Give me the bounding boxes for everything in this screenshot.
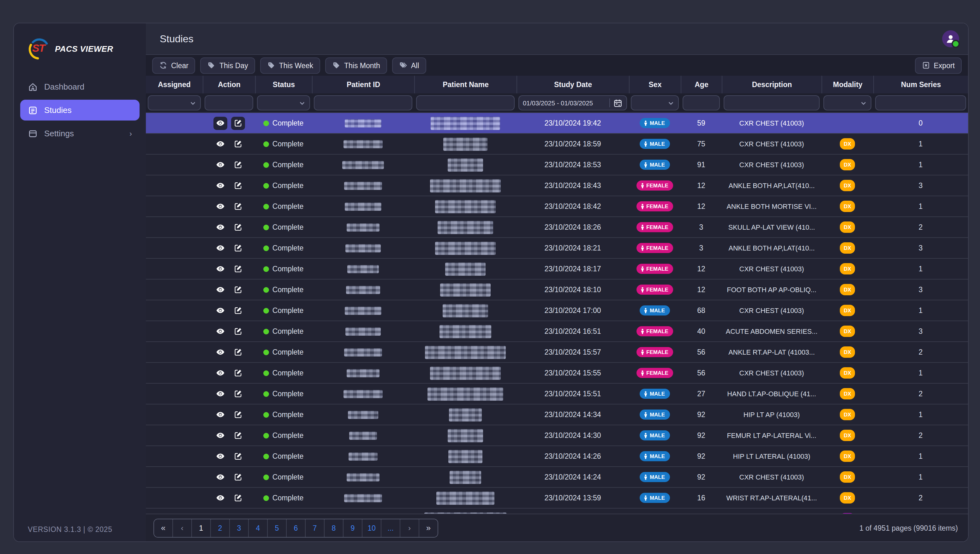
filter-chip-clear[interactable]: Clear <box>152 57 195 73</box>
table-row[interactable]: Complete23/10/2024 15:51MALE27HAND LT.AP… <box>146 384 968 404</box>
table-row[interactable]: Complete23/10/2024 18:26FEMALE3SKULL AP-… <box>146 217 968 238</box>
excel-icon <box>922 61 930 69</box>
view-study-button[interactable] <box>213 325 227 338</box>
view-study-button[interactable] <box>213 345 227 359</box>
edit-study-button[interactable] <box>231 241 245 255</box>
table-row[interactable]: Complete23/10/2024 18:59MALE75CXR CHEST … <box>146 134 968 154</box>
filter-chip-all[interactable]: All <box>392 57 426 73</box>
edit-study-button[interactable] <box>231 366 245 379</box>
view-study-button[interactable] <box>213 366 227 379</box>
pagination-page-8[interactable]: 8 <box>324 519 343 536</box>
edit-study-button[interactable] <box>231 408 245 421</box>
edit-study-button[interactable] <box>231 200 245 213</box>
table-row[interactable]: Complete23/10/2024 14:24MALE92CXR CHEST … <box>146 467 968 488</box>
pagination-page-6[interactable]: 6 <box>286 519 305 536</box>
view-study-button[interactable] <box>213 116 227 130</box>
pagination-page-...[interactable]: ... <box>381 519 400 536</box>
table-row[interactable]: Complete23/10/2024 18:42FEMALE12ANKLE BO… <box>146 196 968 217</box>
status-label: Complete <box>273 202 303 210</box>
view-study-button[interactable] <box>213 491 227 505</box>
table-row[interactable]: Complete23/10/2024 14:26MALE92HIP LT LAT… <box>146 446 968 467</box>
edit-study-button[interactable] <box>231 262 245 275</box>
view-study-button[interactable] <box>213 200 227 213</box>
table-row[interactable]: Complete23/10/2024 15:55FEMALE56CXR CHES… <box>146 363 968 384</box>
view-study-button[interactable] <box>213 262 227 275</box>
table-row[interactable]: Complete23/10/2024 15:57FEMALE56ANKLE RT… <box>146 342 968 363</box>
table-row[interactable]: Complete23/10/2024 18:43FEMALE12ANKLE BO… <box>146 175 968 196</box>
view-study-button[interactable] <box>213 158 227 171</box>
pagination-page-3[interactable]: 3 <box>229 519 248 536</box>
edit-study-button[interactable] <box>231 116 245 130</box>
view-study-button[interactable] <box>213 221 227 234</box>
table-row[interactable]: Complete23/10/2024 18:10FEMALE12FOOT BOT… <box>146 280 968 300</box>
edit-study-button[interactable] <box>231 470 245 484</box>
assigned-cell <box>146 446 203 466</box>
table-row[interactable]: Complete23/10/2024 13:59MALE16WRIST RT.A… <box>146 488 968 509</box>
age-filter-input[interactable] <box>683 95 720 110</box>
calendar-icon[interactable] <box>613 98 622 108</box>
description-filter-input[interactable] <box>724 95 820 110</box>
user-avatar[interactable] <box>942 30 959 47</box>
filter-chip-this-month[interactable]: This Month <box>325 57 387 73</box>
table-row[interactable]: Complete23/10/2024 19:42MALE59CXR CHEST … <box>146 113 968 134</box>
pagination-page-4[interactable]: 4 <box>248 519 267 536</box>
edit-study-button[interactable] <box>231 429 245 442</box>
edit-study-button[interactable] <box>231 491 245 505</box>
sidebar-item-dashboard[interactable]: Dashboard <box>20 76 140 97</box>
pagination-page-1[interactable]: 1 <box>192 519 210 536</box>
edit-study-button[interactable] <box>231 137 245 151</box>
status-cell: Complete <box>255 217 312 237</box>
person-icon <box>643 474 648 480</box>
view-study-button[interactable] <box>213 179 227 192</box>
patient-id-filter-input[interactable] <box>314 95 412 110</box>
edit-study-button[interactable] <box>231 179 245 192</box>
pagination-page-2[interactable]: 2 <box>210 519 229 536</box>
status-filter-select[interactable] <box>257 95 310 110</box>
edit-study-button[interactable] <box>231 345 245 359</box>
num-series-value: 2 <box>919 390 923 398</box>
table-row[interactable]: Complete23/10/2024 14:34MALE92HIP LT AP … <box>146 404 968 425</box>
table-row[interactable]: Complete23/10/2024 18:53MALE91CXR CHEST … <box>146 154 968 175</box>
patient-name-filter-input[interactable] <box>416 95 515 110</box>
export-button[interactable]: Export <box>915 57 962 73</box>
view-study-button[interactable] <box>213 450 227 463</box>
view-study-button[interactable] <box>213 283 227 296</box>
table-row[interactable]: Complete23/10/2024 18:21FEMALE3ANKLE BOT… <box>146 238 968 259</box>
table-row[interactable]: Complete23/10/2024 17:00MALE68CXR CHEST … <box>146 300 968 321</box>
view-study-button[interactable] <box>213 429 227 442</box>
table-row[interactable]: Complete23/10/2024 16:51FEMALE40ACUTE AB… <box>146 321 968 342</box>
pagination-first-button[interactable]: « <box>154 519 172 536</box>
modality-filter-select[interactable] <box>824 95 871 110</box>
view-study-button[interactable] <box>213 241 227 255</box>
pagination-prev-button[interactable]: ‹ <box>172 519 192 536</box>
pagination-page-7[interactable]: 7 <box>305 519 324 536</box>
sex-filter-select[interactable] <box>631 95 679 110</box>
view-study-button[interactable] <box>213 408 227 421</box>
sidebar-item-studies[interactable]: Studies <box>20 100 140 121</box>
pagination-page-5[interactable]: 5 <box>267 519 286 536</box>
edit-study-button[interactable] <box>231 221 245 234</box>
table-row[interactable]: Complete23/10/2024 14:30MALE92FEMUR LT A… <box>146 425 968 446</box>
table-row[interactable]: Complete23/10/2024 18:17FEMALE12CXR CHES… <box>146 259 968 280</box>
edit-study-button[interactable] <box>231 283 245 296</box>
filter-chip-this-week[interactable]: This Week <box>260 57 320 73</box>
num-series-filter-input[interactable] <box>875 95 966 110</box>
edit-study-button[interactable] <box>231 450 245 463</box>
sidebar-item-settings[interactable]: Settings› <box>20 123 140 144</box>
edit-study-button[interactable] <box>231 387 245 400</box>
view-study-button[interactable] <box>213 304 227 317</box>
filter-chip-this-day[interactable]: This Day <box>201 57 255 73</box>
edit-study-button[interactable] <box>231 304 245 317</box>
assigned-filter-select[interactable] <box>148 95 201 110</box>
study-date-range-filter[interactable]: 01/03/2025 - 01/03/2025 <box>519 95 627 110</box>
edit-study-button[interactable] <box>231 325 245 338</box>
view-study-button[interactable] <box>213 387 227 400</box>
view-study-button[interactable] <box>213 470 227 484</box>
pagination-page-10[interactable]: 10 <box>362 519 381 536</box>
pagination-page-9[interactable]: 9 <box>343 519 362 536</box>
pagination-next-button[interactable]: › <box>400 519 419 536</box>
pagination-last-button[interactable]: » <box>419 519 437 536</box>
study-date-range-value: 01/03/2025 - 01/03/2025 <box>523 99 593 106</box>
edit-study-button[interactable] <box>231 158 245 171</box>
view-study-button[interactable] <box>213 137 227 151</box>
